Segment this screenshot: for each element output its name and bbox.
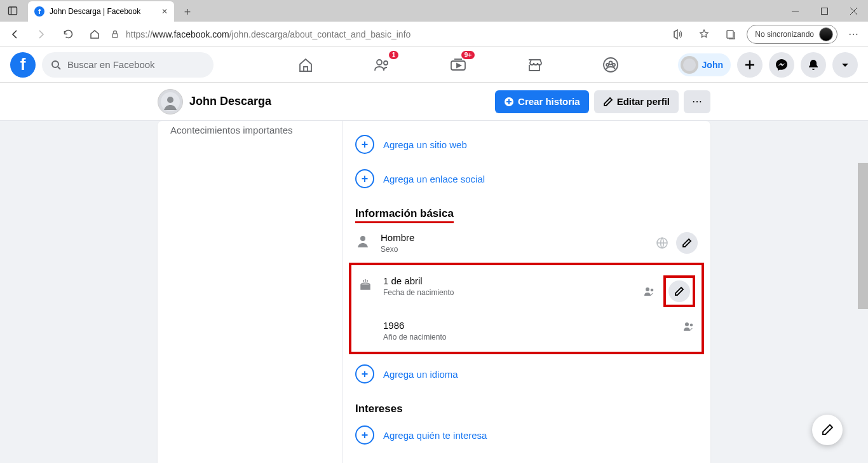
basic-info-heading: Información básica (355, 207, 698, 223)
new-tab-button[interactable]: + (178, 3, 197, 22)
highlighted-birth-section: 1 de abril Fecha de nacimiento 1986 Año … (349, 263, 704, 354)
svg-point-12 (384, 61, 388, 65)
minimize-button[interactable] (780, 0, 810, 22)
svg-point-9 (52, 61, 58, 67)
svg-point-32 (690, 324, 693, 327)
facebook-logo[interactable]: f (10, 52, 36, 78)
close-window-button[interactable] (839, 0, 868, 22)
globe-icon (656, 237, 668, 249)
birthday-icon (358, 277, 373, 292)
plus-circle-icon: + (355, 169, 374, 188)
content-area: Acontecimientos importantes + Agrega un … (0, 121, 868, 463)
svg-rect-0 (9, 7, 17, 15)
search-icon (51, 60, 61, 70)
gender-value: Hombre (381, 232, 414, 243)
browser-tab[interactable]: f John Descarga | Facebook ✕ (28, 1, 174, 22)
svg-rect-6 (112, 34, 118, 38)
sidebar-item-life-events[interactable]: Acontecimientos importantes (170, 125, 329, 136)
edit-profile-button[interactable]: Editar perfil (594, 90, 679, 113)
avatar (681, 56, 698, 74)
svg-point-26 (360, 236, 365, 241)
favorites-icon[interactable] (693, 24, 715, 45)
more-options-button[interactable]: ⋯ (684, 90, 710, 113)
back-button[interactable] (4, 24, 25, 45)
plus-circle-icon: + (355, 364, 374, 384)
user-chip[interactable]: John (678, 53, 731, 76)
svg-point-18 (683, 59, 696, 71)
interests-heading: Intereses (355, 403, 698, 415)
birthyear-label: Año de nacimiento (383, 333, 446, 342)
pencil-icon (603, 97, 613, 107)
birthyear-value: 1986 (383, 320, 446, 331)
maximize-button[interactable] (810, 0, 839, 22)
svg-marker-7 (674, 30, 677, 39)
svg-point-15 (609, 61, 613, 64)
home-button[interactable] (84, 24, 105, 45)
nav-center: 1 9+ (239, 52, 678, 78)
scrollbar-thumb[interactable] (858, 163, 868, 309)
nav-marketplace-icon[interactable] (522, 52, 547, 78)
create-button[interactable] (737, 52, 763, 78)
browser-menu-button[interactable]: ⋯ (843, 24, 864, 45)
profile-sync-button[interactable]: No sincronizando (747, 25, 837, 44)
gender-row: Hombre Sexo (355, 226, 698, 260)
profile-header: John Descarga Crear historia Editar perf… (0, 83, 868, 121)
friends-privacy-icon (682, 320, 695, 333)
friends-privacy-icon (643, 285, 656, 298)
profile-name: John Descarga (189, 95, 271, 108)
close-tab-icon[interactable]: ✕ (161, 7, 168, 16)
sync-label: No sincronizando (755, 30, 814, 39)
nav-groups-icon[interactable] (598, 52, 623, 78)
birthdate-row: 1 de abril Fecha de nacimiento (358, 269, 695, 314)
nav-home-icon[interactable] (293, 52, 318, 78)
svg-point-22 (167, 97, 173, 103)
edit-birthdate-button[interactable] (668, 280, 690, 302)
add-website-link[interactable]: + Agrega un sitio web (355, 127, 698, 162)
add-interests-link[interactable]: + Agrega quién te interesa (355, 418, 698, 452)
svg-rect-3 (821, 8, 827, 14)
facebook-favicon: f (34, 6, 44, 17)
messenger-button[interactable] (769, 52, 794, 78)
nav-watch-icon[interactable]: 9+ (445, 52, 471, 78)
search-input[interactable]: Buscar en Facebook (42, 52, 214, 78)
watch-badge: 9+ (461, 51, 475, 59)
lock-icon (111, 30, 119, 39)
plus-circle-icon: + (355, 425, 374, 445)
svg-line-10 (58, 67, 60, 69)
tab-title: John Descarga | Facebook (50, 7, 140, 16)
search-placeholder: Buscar en Facebook (67, 59, 155, 70)
url-field[interactable]: https://www.facebook.com/john.descarga/a… (111, 29, 661, 39)
tab-actions-icon[interactable] (0, 0, 25, 22)
svg-point-29 (646, 287, 649, 291)
browser-tab-strip: f John Descarga | Facebook ✕ + (0, 0, 868, 22)
gender-label: Sexo (381, 245, 414, 254)
profile-avatar[interactable] (158, 89, 183, 114)
forward-button (31, 24, 52, 45)
svg-point-16 (606, 64, 609, 66)
reload-button[interactable] (57, 24, 79, 45)
svg-rect-28 (361, 285, 370, 289)
about-card: Acontecimientos importantes + Agrega un … (158, 121, 710, 463)
window-controls (780, 0, 868, 22)
create-story-button[interactable]: Crear historia (495, 90, 589, 113)
edit-gender-button[interactable] (676, 232, 698, 254)
birthdate-label: Fecha de nacimiento (383, 288, 454, 297)
notifications-button[interactable] (801, 52, 826, 78)
read-aloud-icon[interactable] (667, 24, 688, 45)
add-language-link[interactable]: + Agrega un idioma (355, 357, 698, 391)
friends-badge: 1 (389, 51, 399, 59)
new-message-fab[interactable] (812, 415, 843, 445)
collections-icon[interactable] (720, 24, 742, 45)
svg-rect-8 (727, 31, 733, 38)
svg-point-31 (685, 322, 689, 326)
account-menu-button[interactable] (832, 52, 858, 78)
plus-circle-icon: + (355, 135, 374, 154)
svg-point-11 (377, 60, 382, 65)
birthyear-row: 1986 Año de nacimiento (358, 314, 695, 348)
plus-circle-icon (504, 97, 514, 107)
facebook-topbar: f Buscar en Facebook 1 9+ John (0, 47, 868, 83)
add-social-link[interactable]: + Agrega un enlace social (355, 162, 698, 196)
nav-friends-icon[interactable]: 1 (369, 52, 395, 78)
birthdate-value: 1 de abril (383, 275, 454, 286)
browser-address-bar: https://www.facebook.com/john.descarga/a… (0, 22, 868, 47)
